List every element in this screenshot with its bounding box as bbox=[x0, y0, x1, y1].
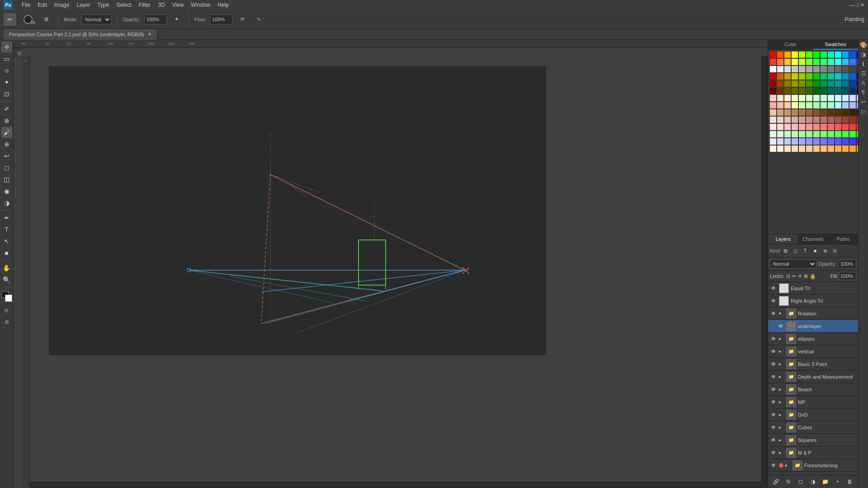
layer-item-depth-measurement[interactable]: 👁▸📁Depth and Measurement bbox=[768, 371, 858, 383]
swatch-6-5[interactable] bbox=[806, 95, 812, 101]
crop-tool[interactable]: ⊡ bbox=[1, 89, 12, 99]
swatch-4-4[interactable] bbox=[799, 80, 805, 87]
layer-item-underlayer[interactable]: 👁underlayer bbox=[768, 320, 858, 333]
adjust-icon[interactable]: ◑ bbox=[861, 51, 866, 58]
swatch-13-11[interactable] bbox=[849, 145, 856, 152]
swatch-13-2[interactable] bbox=[784, 145, 791, 152]
layer-eye-ellipses[interactable]: 👁 bbox=[770, 335, 777, 343]
swatch-1-11[interactable] bbox=[849, 59, 856, 65]
swatch-13-6[interactable] bbox=[813, 145, 820, 152]
swatch-9-9[interactable] bbox=[835, 117, 841, 123]
swatch-2-7[interactable] bbox=[821, 66, 827, 72]
swatch-12-9[interactable] bbox=[835, 138, 841, 145]
layer-item-right-angle-tri[interactable]: 👁Right Angle Tri bbox=[768, 295, 858, 307]
layer-eye-cubes[interactable]: 👁 bbox=[770, 424, 777, 431]
swatch-12-6[interactable] bbox=[813, 138, 820, 145]
swatch-8-5[interactable] bbox=[806, 109, 812, 116]
swatch-7-2[interactable] bbox=[784, 102, 791, 108]
layer-item-basic-3-point[interactable]: 👁▸📁Basic 3 Point bbox=[768, 358, 858, 371]
tab-color[interactable]: Color bbox=[768, 40, 813, 50]
swatch-6-2[interactable] bbox=[784, 95, 791, 101]
background-color[interactable] bbox=[5, 295, 12, 302]
menu-help[interactable]: Help bbox=[217, 2, 229, 8]
layer-item-rotation[interactable]: 👁▾📁Rotation bbox=[768, 307, 858, 320]
swatch-9-7[interactable] bbox=[821, 117, 827, 123]
layer-expand-rotation[interactable]: ▾ bbox=[779, 311, 784, 316]
swatch-9-8[interactable] bbox=[828, 117, 834, 123]
swatch-2-8[interactable] bbox=[828, 66, 834, 72]
swatch-3-7[interactable] bbox=[821, 73, 827, 80]
swatch-8-3[interactable] bbox=[792, 109, 798, 116]
gradient-tool[interactable]: ◫ bbox=[1, 174, 12, 185]
swatch-7-1[interactable] bbox=[777, 102, 783, 108]
brush-preset-btn[interactable]: 20 bbox=[20, 13, 36, 26]
text-tool[interactable]: T bbox=[1, 224, 12, 235]
layer-styles-btn[interactable]: fx bbox=[784, 477, 793, 486]
swatch-7-7[interactable] bbox=[821, 102, 827, 108]
marquee-tool[interactable]: ▭ bbox=[1, 53, 12, 64]
swatch-5-10[interactable] bbox=[842, 88, 849, 94]
swatch-0-0[interactable] bbox=[770, 52, 776, 58]
kind-pixel-btn[interactable]: ◻ bbox=[791, 246, 800, 255]
swatch-3-1[interactable] bbox=[777, 73, 783, 80]
swatch-10-4[interactable] bbox=[799, 124, 805, 130]
swatch-0-10[interactable] bbox=[842, 52, 849, 58]
swatch-6-1[interactable] bbox=[777, 95, 783, 101]
layer-eye-equal-tri[interactable]: 👁 bbox=[770, 285, 777, 292]
swatch-0-6[interactable] bbox=[813, 52, 820, 58]
swatch-7-3[interactable] bbox=[792, 102, 798, 108]
flow-input[interactable] bbox=[210, 14, 232, 24]
swatch-3-4[interactable] bbox=[799, 73, 805, 80]
swatch-0-11[interactable] bbox=[849, 52, 856, 58]
layer-item-mp[interactable]: 👁▸📁MP bbox=[768, 396, 858, 408]
kind-text-btn[interactable]: T bbox=[801, 246, 810, 255]
layer-mask-btn[interactable]: ◻ bbox=[796, 477, 805, 486]
layer-item-equal-tri[interactable]: 👁Equal Tri bbox=[768, 282, 858, 295]
properties-icon[interactable]: ℹ bbox=[862, 61, 864, 67]
swatch-12-0[interactable] bbox=[770, 138, 776, 145]
swatch-4-3[interactable] bbox=[792, 80, 798, 87]
layer-eye-mbp[interactable]: 👁 bbox=[770, 449, 777, 456]
swatch-13-8[interactable] bbox=[828, 145, 834, 152]
swatch-5-6[interactable] bbox=[813, 88, 820, 94]
swatch-9-11[interactable] bbox=[849, 117, 856, 123]
swatch-12-2[interactable] bbox=[784, 138, 791, 145]
swatch-11-11[interactable] bbox=[849, 131, 856, 137]
layer-expand-mp[interactable]: ▸ bbox=[779, 399, 784, 404]
brush-options-btn[interactable]: ⊞ bbox=[40, 13, 52, 26]
pen-tool[interactable]: ✒ bbox=[1, 212, 12, 223]
layer-expand-foreshortening[interactable]: ▸ bbox=[785, 463, 791, 468]
lock-position-btn[interactable]: ✛ bbox=[798, 273, 802, 279]
swatch-8-6[interactable] bbox=[813, 109, 820, 116]
swatch-10-11[interactable] bbox=[849, 124, 856, 130]
swatch-10-9[interactable] bbox=[835, 124, 841, 130]
flow-toggle-btn[interactable]: ⟳ bbox=[236, 13, 249, 26]
document-tab[interactable]: Perspective Course Part 2.1.psd @ 50% (u… bbox=[4, 29, 157, 40]
tab-channels[interactable]: Channels bbox=[798, 234, 828, 244]
blur-tool[interactable]: ◉ bbox=[1, 186, 12, 197]
path-select[interactable]: ↖ bbox=[1, 236, 12, 247]
swatch-11-1[interactable] bbox=[777, 131, 783, 137]
swatch-11-4[interactable] bbox=[799, 131, 805, 137]
swatch-1-3[interactable] bbox=[792, 59, 798, 65]
swatch-8-2[interactable] bbox=[784, 109, 791, 116]
swatch-12-4[interactable] bbox=[799, 138, 805, 145]
swatch-2-3[interactable] bbox=[792, 66, 798, 72]
swatch-3-11[interactable] bbox=[849, 73, 856, 80]
swatch-4-8[interactable] bbox=[828, 80, 834, 87]
menu-filter[interactable]: Filter bbox=[139, 2, 151, 8]
layer-expand-dnd[interactable]: ▸ bbox=[779, 412, 784, 417]
swatch-10-0[interactable] bbox=[770, 124, 776, 130]
swatch-13-0[interactable] bbox=[770, 145, 776, 152]
swatch-8-1[interactable] bbox=[777, 109, 783, 116]
swatch-0-8[interactable] bbox=[828, 52, 834, 58]
swatch-5-2[interactable] bbox=[784, 88, 791, 94]
character-icon[interactable]: A bbox=[861, 80, 865, 86]
swatch-1-10[interactable] bbox=[842, 59, 849, 65]
history-panel-icon[interactable]: ↩ bbox=[861, 99, 866, 105]
swatch-13-9[interactable] bbox=[835, 145, 841, 152]
color-icon[interactable]: 🎨 bbox=[860, 42, 867, 48]
opacity-airbrush-btn[interactable]: ✦ bbox=[170, 13, 183, 26]
swatch-0-1[interactable] bbox=[777, 52, 783, 58]
swatch-8-11[interactable] bbox=[849, 109, 856, 116]
